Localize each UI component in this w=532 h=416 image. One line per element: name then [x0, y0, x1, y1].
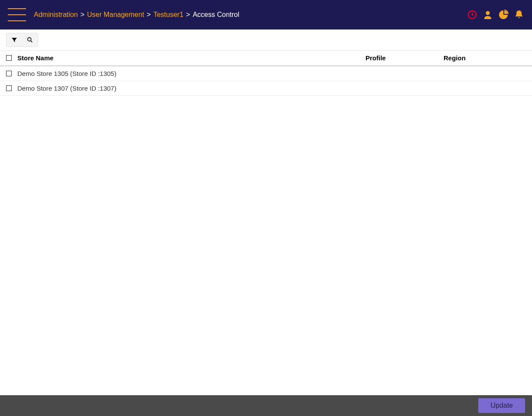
breadcrumb-current: Access Control	[193, 11, 239, 19]
table-header: Store Name Profile Region	[0, 51, 532, 66]
store-name-cell: Demo Store 1305 (Store ID :1305)	[17, 70, 366, 77]
breadcrumb-separator: >	[80, 11, 84, 19]
filter-button[interactable]	[7, 33, 22, 46]
toolbar	[0, 29, 532, 51]
svg-line-3	[31, 41, 32, 42]
column-store-name[interactable]: Store Name	[17, 54, 366, 62]
clock-icon[interactable]	[467, 10, 477, 20]
menu-toggle[interactable]	[8, 8, 26, 21]
bell-icon[interactable]	[514, 10, 524, 20]
footer-bar: Update	[0, 395, 532, 416]
pie-chart-icon[interactable]	[498, 10, 509, 20]
table-row[interactable]: Demo Store 1307 (Store ID :1307)	[0, 81, 532, 96]
breadcrumb-user-management[interactable]: User Management	[87, 11, 144, 19]
breadcrumb-separator: >	[186, 11, 190, 19]
select-all-checkbox[interactable]	[6, 55, 12, 61]
table-body: Demo Store 1305 (Store ID :1305) Demo St…	[0, 66, 532, 96]
table-row[interactable]: Demo Store 1305 (Store ID :1305)	[0, 66, 532, 81]
update-button[interactable]: Update	[478, 398, 525, 413]
search-icon	[26, 36, 33, 43]
toolbar-group	[6, 33, 38, 47]
content-area: Store Name Profile Region Demo Store 130…	[0, 51, 532, 395]
stores-table: Store Name Profile Region Demo Store 130…	[0, 51, 532, 96]
app-header: Administration > User Management > Testu…	[0, 0, 532, 29]
column-profile[interactable]: Profile	[366, 54, 444, 62]
svg-point-1	[486, 11, 490, 15]
breadcrumb-testuser1[interactable]: Testuser1	[153, 11, 183, 19]
breadcrumb-separator: >	[147, 11, 150, 19]
svg-point-2	[28, 38, 31, 41]
breadcrumb: Administration > User Management > Testu…	[34, 11, 467, 19]
header-icon-group	[467, 10, 524, 20]
row-checkbox[interactable]	[6, 85, 12, 91]
user-icon[interactable]	[483, 10, 493, 20]
column-region[interactable]: Region	[444, 54, 526, 62]
store-name-cell: Demo Store 1307 (Store ID :1307)	[17, 85, 366, 92]
table-header-row: Store Name Profile Region	[0, 51, 532, 66]
breadcrumb-administration[interactable]: Administration	[34, 11, 78, 19]
search-button[interactable]	[22, 33, 38, 46]
filter-icon	[11, 36, 18, 43]
row-checkbox[interactable]	[6, 71, 12, 76]
